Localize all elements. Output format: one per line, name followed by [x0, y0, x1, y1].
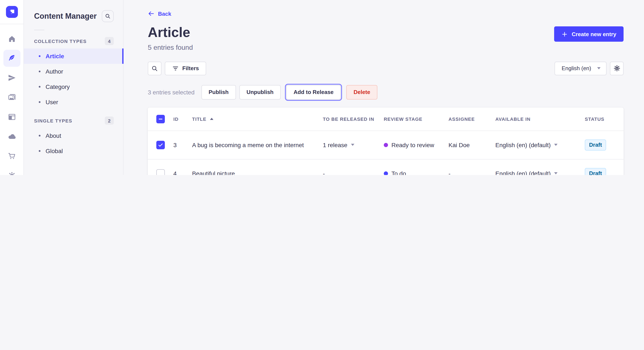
entry-title: Beautiful picture: [185, 170, 316, 175]
row-checkbox[interactable]: [156, 169, 165, 175]
column-header-to-be-released-in[interactable]: TO BE RELEASED IN: [316, 117, 377, 122]
table-row[interactable]: 4Beautiful picture-To do-English (en) (d…: [148, 160, 624, 175]
subnav-sections: COLLECTION TYPES4ArticleAuthorCategoryUs…: [24, 33, 123, 159]
section-label: SINGLE TYPES: [34, 118, 72, 123]
divider: [34, 30, 44, 30]
paper-plane-icon: [8, 74, 16, 82]
back-link[interactable]: Back: [148, 10, 171, 17]
status-badge: Draft: [585, 168, 606, 175]
bullet-icon: [39, 135, 40, 137]
content-manager-sidebar: Content Manager COLLECTION TYPES4Article…: [24, 0, 124, 175]
chevron-down-icon: [554, 173, 558, 175]
review-stage-value: Ready to review: [392, 142, 434, 149]
bullet-icon: [39, 71, 40, 72]
filters-button[interactable]: Filters: [165, 62, 206, 75]
search-button[interactable]: [102, 10, 114, 22]
nav-content-type-builder-button[interactable]: [3, 108, 20, 126]
sidebar-item-user[interactable]: User: [24, 94, 123, 110]
page-title: Article: [148, 25, 193, 40]
view-settings-button[interactable]: [610, 62, 624, 75]
section-header: SINGLE TYPES2: [24, 112, 123, 128]
entry-id: 4: [166, 170, 185, 175]
row-select-cell: [148, 141, 166, 149]
release-value: 1 release: [323, 142, 347, 149]
publish-button[interactable]: Publish: [201, 85, 236, 100]
available-in-cell[interactable]: English (en) (default): [488, 170, 578, 175]
logo-container: [0, 0, 24, 24]
cart-icon: [8, 152, 16, 160]
nav-content-manager-button[interactable]: [3, 50, 20, 67]
nav-media-library-button[interactable]: [3, 89, 20, 106]
sidebar-item-author[interactable]: Author: [24, 64, 123, 79]
add-to-release-button[interactable]: Add to Release: [286, 85, 341, 100]
sidebar-item-global[interactable]: Global: [24, 143, 123, 159]
subnav-section: SINGLE TYPES2AboutGlobal: [24, 112, 123, 159]
stage-dot-icon: [384, 143, 388, 147]
sidebar-item-about[interactable]: About: [24, 128, 123, 143]
sidebar-item-label: Global: [46, 148, 63, 154]
review-stage-cell: To do: [377, 170, 442, 175]
sidebar-item-label: Author: [46, 68, 63, 75]
entry-id: 3: [166, 142, 185, 149]
release-cell[interactable]: 1 release: [316, 142, 377, 149]
unpublish-button[interactable]: Unpublish: [239, 85, 281, 100]
bullet-icon: [39, 55, 40, 57]
status-cell: Draft: [578, 168, 624, 175]
section-label: COLLECTION TYPES: [34, 38, 87, 44]
release-cell: -: [316, 170, 377, 175]
column-header-status[interactable]: STATUS: [578, 117, 624, 122]
table-header-row: ID TITLE TO BE RELEASED IN REVIEW STAGE …: [148, 108, 624, 131]
review-stage-value: To do: [392, 170, 406, 175]
column-header-review-stage[interactable]: REVIEW STAGE: [377, 117, 442, 122]
subnav-section: COLLECTION TYPES4ArticleAuthorCategoryUs…: [24, 33, 123, 110]
nav-marketplace-button[interactable]: [3, 148, 20, 165]
nav-settings-button[interactable]: [3, 167, 20, 175]
column-header-title[interactable]: TITLE: [185, 117, 316, 122]
sidebar-item-label: Article: [46, 53, 64, 59]
column-header-id[interactable]: ID: [166, 117, 185, 122]
sidebar-item-label: Category: [46, 83, 70, 90]
create-entry-button[interactable]: Create new entry: [554, 26, 624, 42]
row-checkbox[interactable]: [156, 141, 165, 149]
chevron-down-icon: [597, 67, 600, 70]
locale-value: English (en) (default): [495, 142, 551, 149]
sidebar-item-label: User: [46, 99, 58, 105]
review-stage-cell: Ready to review: [377, 142, 442, 149]
home-icon: [8, 34, 16, 43]
status-cell: Draft: [578, 140, 624, 151]
primary-nav-icons: [3, 30, 20, 175]
section-count-badge: 2: [105, 117, 114, 125]
nav-releases-button[interactable]: [3, 69, 20, 86]
nav-home-button[interactable]: [3, 30, 20, 47]
column-header-available-in[interactable]: AVAILABLE IN: [488, 117, 578, 122]
subnav-title: Content Manager: [34, 12, 97, 21]
table-row[interactable]: 3A bug is becoming a meme on the interne…: [148, 131, 624, 160]
release-value: -: [323, 170, 325, 175]
sidebar-item-label: About: [46, 132, 61, 139]
row-select-cell: [148, 169, 166, 175]
chevron-down-icon: [351, 144, 354, 146]
main-content: Back Article 5 entries found Create new …: [124, 0, 644, 175]
primary-sidebar: KD: [0, 0, 24, 175]
sidebar-item-category[interactable]: Category: [24, 79, 123, 94]
chevron-down-icon: [554, 144, 558, 146]
search-entries-button[interactable]: [148, 62, 162, 75]
selected-count: 3 entries selected: [148, 89, 194, 96]
column-header-assignee[interactable]: ASSIGNEE: [442, 117, 488, 122]
cloud-icon: [8, 132, 16, 141]
entries-table: ID TITLE TO BE RELEASED IN REVIEW STAGE …: [148, 108, 624, 175]
section-count-badge: 4: [105, 37, 114, 45]
available-in-cell[interactable]: English (en) (default): [488, 142, 578, 149]
section-header: COLLECTION TYPES4: [24, 33, 123, 48]
sort-ascending-icon: [210, 118, 213, 120]
nav-cloud-button[interactable]: [3, 128, 20, 145]
locale-select[interactable]: English (en): [554, 62, 606, 75]
strapi-logo-icon[interactable]: [6, 6, 18, 18]
select-all-checkbox[interactable]: [156, 115, 165, 123]
delete-button[interactable]: Delete: [346, 85, 377, 100]
app-root: KD Content Manager COLLECTION TYPES4Arti…: [0, 0, 644, 175]
plus-icon: [561, 31, 568, 37]
sidebar-item-article[interactable]: Article: [24, 48, 123, 64]
gear-icon: [8, 172, 16, 175]
bullet-icon: [39, 86, 40, 88]
